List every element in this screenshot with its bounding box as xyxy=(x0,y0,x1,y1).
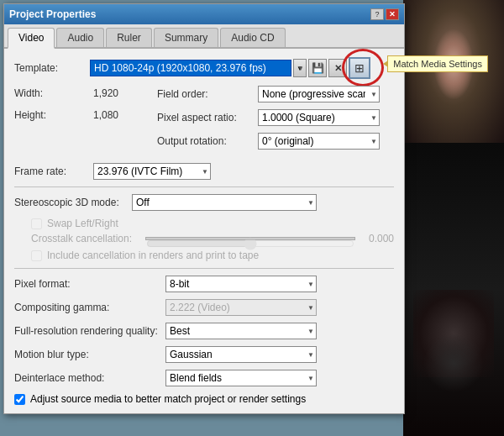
motion-blur-wrapper: Gaussian xyxy=(165,346,317,363)
pixel-format-row: Pixel format: 8-bit xyxy=(14,276,394,292)
stereoscopic-label: Stereoscopic 3D mode: xyxy=(14,197,132,208)
video-panel xyxy=(403,0,504,436)
pixel-format-select[interactable]: 8-bit xyxy=(165,276,317,292)
pixel-aspect-row: Pixel aspect ratio: 1.0000 (Square) xyxy=(157,109,394,126)
swap-checkbox xyxy=(31,218,42,229)
deinterlace-label: Deinterlace method: xyxy=(14,372,165,384)
output-rotation-wrapper: 0° (original) xyxy=(258,133,380,150)
stereoscopic-select[interactable]: Off xyxy=(132,194,317,211)
compositing-gamma-select[interactable]: 2.222 (Video) xyxy=(165,299,317,316)
remove-icon: ✕ xyxy=(334,63,342,74)
save-template-button[interactable]: 💾 xyxy=(308,59,327,77)
full-res-wrapper: Best xyxy=(165,323,317,339)
project-properties-dialog: Project Properties ? ✕ Video Audio Ruler… xyxy=(3,3,405,414)
height-label: Height: xyxy=(14,109,90,121)
width-label: Width: xyxy=(14,87,90,99)
adjust-checkbox[interactable] xyxy=(14,394,25,405)
include-cancellation-row: Include cancellation in renders and prin… xyxy=(31,250,394,261)
dimensions-col: Width: 1,920 Height: 1,080 xyxy=(14,86,157,156)
title-bar: Project Properties ? ✕ xyxy=(4,4,404,24)
crosstalk-slider-track xyxy=(145,237,355,240)
dialog-title: Project Properties xyxy=(9,8,96,20)
compositing-gamma-row: Compositing gamma: 2.222 (Video) xyxy=(14,299,394,316)
template-label: Template: xyxy=(14,62,90,74)
swap-label: Swap Left/Right xyxy=(47,218,118,229)
crosstalk-label: Crosstalk cancellation: xyxy=(31,233,140,244)
width-row: Width: 1,920 xyxy=(14,86,157,101)
pixel-aspect-wrapper: 1.0000 (Square) xyxy=(258,109,380,126)
tab-bar: Video Audio Ruler Summary Audio CD xyxy=(4,24,404,49)
deinterlace-row: Deinterlace method: Blend fields xyxy=(14,370,394,386)
remove-template-button[interactable]: ✕ xyxy=(328,59,347,77)
adjust-row: Adjust source media to better match proj… xyxy=(14,393,394,405)
title-bar-buttons: ? ✕ xyxy=(370,8,399,20)
deinterlace-wrapper: Blend fields xyxy=(165,370,317,386)
dimensions-fieldorder-row: Width: 1,920 Height: 1,080 Field order: … xyxy=(14,86,394,156)
field-order-label: Field order: xyxy=(157,88,258,100)
frame-rate-label: Frame rate: xyxy=(14,165,90,177)
compositing-gamma-wrapper: 2.222 (Video) xyxy=(165,299,317,316)
swap-row: Swap Left/Right xyxy=(31,218,394,229)
pixel-aspect-select[interactable]: 1.0000 (Square) xyxy=(258,109,380,126)
video-bottom xyxy=(403,143,504,436)
template-row: Template: ▼ 💾 ✕ ⊞ Match xyxy=(14,57,394,79)
field-order-select[interactable]: None (progressive scan) xyxy=(258,86,380,102)
pixel-format-label: Pixel format: xyxy=(14,278,165,290)
height-value: 1,080 xyxy=(90,108,122,123)
crosstalk-value: 0.000 xyxy=(360,233,394,244)
match-icon: ⊞ xyxy=(354,61,365,75)
pixel-format-wrapper: 8-bit xyxy=(165,276,317,292)
match-media-button[interactable]: ⊞ xyxy=(349,57,370,79)
output-rotation-row: Output rotation: 0° (original) xyxy=(157,133,394,150)
stereoscopic-row: Stereoscopic 3D mode: Off xyxy=(14,194,394,211)
motion-blur-select[interactable]: Gaussian xyxy=(165,346,317,363)
close-button[interactable]: ✕ xyxy=(386,8,399,20)
include-cancellation-label: Include cancellation in renders and prin… xyxy=(47,250,259,261)
stereoscopic-wrapper: Off xyxy=(132,194,317,211)
deinterlace-select[interactable]: Blend fields xyxy=(165,370,317,386)
full-res-label: Full-resolution rendering quality: xyxy=(14,325,165,337)
help-button[interactable]: ? xyxy=(370,8,384,20)
pixel-aspect-label: Pixel aspect ratio: xyxy=(157,112,258,123)
save-icon: 💾 xyxy=(312,62,324,74)
frame-rate-wrapper: 23.976 (IVTC Film) xyxy=(93,163,211,180)
output-rotation-label: Output rotation: xyxy=(157,135,258,147)
tab-ruler[interactable]: Ruler xyxy=(106,28,152,47)
crosstalk-slider xyxy=(146,238,354,250)
template-input[interactable] xyxy=(90,60,291,76)
output-rotation-select[interactable]: 0° (original) xyxy=(258,133,380,150)
tab-audio-cd[interactable]: Audio CD xyxy=(220,28,285,47)
crosstalk-row: Crosstalk cancellation: 0.000 xyxy=(31,233,394,244)
motion-blur-row: Motion blur type: Gaussian xyxy=(14,346,394,363)
frame-rate-select[interactable]: 23.976 (IVTC Film) xyxy=(93,163,211,180)
video-top xyxy=(403,0,504,143)
dialog-content: Template: ▼ 💾 ✕ ⊞ Match xyxy=(4,49,404,413)
separator-2 xyxy=(14,268,394,269)
field-aspect-col: Field order: None (progressive scan) Pix… xyxy=(157,86,394,156)
video-person-thumbnail xyxy=(403,0,504,143)
width-value: 1,920 xyxy=(90,86,122,101)
tab-summary[interactable]: Summary xyxy=(154,28,218,47)
tab-video[interactable]: Video xyxy=(8,28,55,49)
frame-rate-row: Frame rate: 23.976 (IVTC Film) xyxy=(14,163,394,180)
motion-blur-label: Motion blur type: xyxy=(14,349,165,360)
adjust-label: Adjust source media to better match proj… xyxy=(30,393,306,405)
full-res-row: Full-resolution rendering quality: Best xyxy=(14,323,394,339)
full-res-select[interactable]: Best xyxy=(165,323,317,339)
field-order-select-wrapper: None (progressive scan) xyxy=(258,86,380,102)
height-row: Height: 1,080 xyxy=(14,108,157,123)
separator-1 xyxy=(14,186,394,187)
field-order-row: Field order: None (progressive scan) xyxy=(157,86,394,102)
tab-audio[interactable]: Audio xyxy=(56,28,104,47)
include-cancellation-checkbox xyxy=(31,250,42,261)
compositing-gamma-label: Compositing gamma: xyxy=(14,302,165,313)
